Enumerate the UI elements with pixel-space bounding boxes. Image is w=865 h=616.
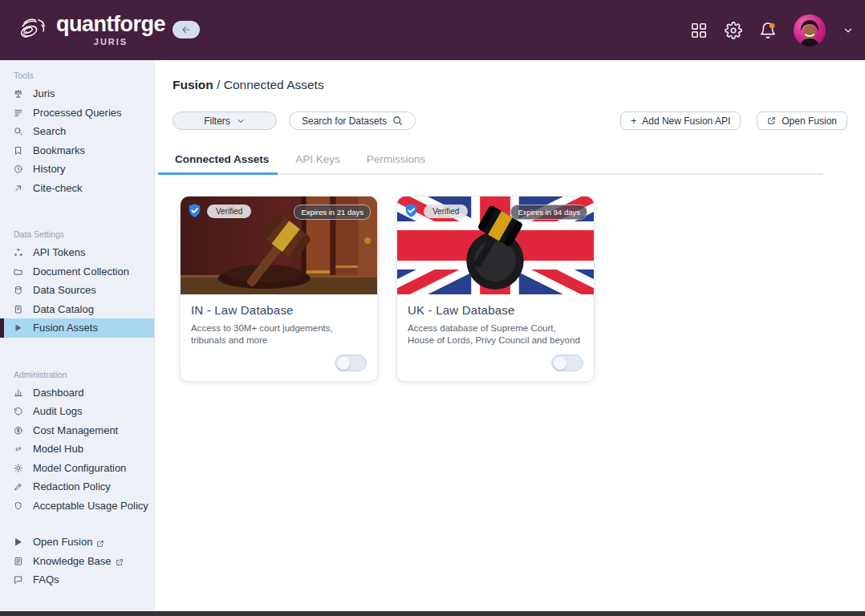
sidebar-item-redaction-policy[interactable]: Redaction Policy <box>0 477 154 496</box>
sidebar-item-open-fusion[interactable]: Open Fusion <box>0 533 154 552</box>
add-new-fusion-api-button[interactable]: + Add New Fusion API <box>620 111 741 130</box>
catalog-icon <box>14 304 23 314</box>
filters-button[interactable]: Filters <box>173 111 277 130</box>
sidebar-item-model-configuration[interactable]: Model Configuration <box>0 459 154 478</box>
sidebar-item-label: API Tokens <box>33 246 86 258</box>
verified-badge: Verified <box>424 205 468 218</box>
sidebar-item-cite-check[interactable]: Cite-check <box>0 179 154 198</box>
apps-grid-icon[interactable] <box>690 22 708 39</box>
tab-bar: Connected Assets API Keys Permissions <box>173 153 822 175</box>
sidebar-item-fusion-assets[interactable]: Fusion Assets <box>0 318 154 338</box>
play-icon <box>14 323 23 333</box>
tab-permissions[interactable]: Permissions <box>364 153 428 173</box>
main-content: Fusion / Connected Assets Filters Search… <box>155 60 865 611</box>
sidebar-item-label: Model Hub <box>33 443 83 455</box>
sidebar-item-label: Open Fusion <box>33 536 92 548</box>
sidebar-item-label: Dashboard <box>33 387 84 399</box>
breadcrumb-section: Fusion <box>173 78 213 91</box>
sidebar-item-data-sources[interactable]: Data Sources <box>0 281 154 300</box>
history-icon <box>14 164 23 174</box>
back-button[interactable] <box>173 21 200 38</box>
sidebar-item-label: Search <box>33 125 66 137</box>
verified-shield-icon <box>404 203 419 218</box>
asset-enable-toggle[interactable] <box>335 355 367 371</box>
sidebar-item-processed-queries[interactable]: Processed Queries <box>0 103 154 123</box>
sidebar-item-data-catalog[interactable]: Data Catalog <box>0 300 154 319</box>
cite-check-icon <box>14 183 23 192</box>
knowledge-base-icon <box>14 556 23 565</box>
sidebar-item-label: Data Catalog <box>33 303 94 315</box>
sidebar-item-acceptable-usage-policy[interactable]: Acceptable Usage Policy <box>0 496 154 516</box>
sidebar-item-label: Audit Logs <box>33 405 82 417</box>
audit-icon <box>14 407 23 416</box>
external-link-icon <box>116 557 124 565</box>
sidebar-item-label: Data Sources <box>33 284 96 296</box>
database-icon <box>14 286 23 295</box>
chevron-down-icon <box>236 116 246 126</box>
open-fusion-button[interactable]: Open Fusion <box>757 111 847 130</box>
sidebar-item-document-collection[interactable]: Document Collection <box>0 262 154 282</box>
asset-cards: Verified Expires in 21 days IN - Law Dat… <box>180 196 847 382</box>
asset-card-in-law-database[interactable]: Verified Expires in 21 days IN - Law Dat… <box>180 196 378 382</box>
tab-api-keys[interactable]: API Keys <box>293 153 343 173</box>
sidebar-section-administration: Administration <box>0 370 154 383</box>
card-description: Access to 30M+ court judgements, tribuna… <box>191 322 367 346</box>
sidebar-item-api-tokens[interactable]: API Tokens <box>0 243 154 262</box>
sidebar-section-data-settings: Data Settings <box>0 229 154 243</box>
sidebar-item-label: Processed Queries <box>33 107 122 119</box>
sidebar-item-knowledge-base[interactable]: Knowledge Base <box>0 552 154 571</box>
brand-logo: quantforge JURIS <box>18 12 165 49</box>
breadcrumb: Fusion / Connected Assets <box>173 78 847 92</box>
brand-name: quantforge <box>56 12 165 36</box>
search-icon <box>14 127 23 136</box>
profile-chevron-down-icon[interactable] <box>843 25 854 36</box>
sidebar-item-label: FAQs <box>33 573 59 586</box>
sidebar-item-faqs[interactable]: FAQs <box>0 570 154 590</box>
sidebar-item-juris[interactable]: Juris <box>0 84 154 103</box>
expires-badge: Expires in 94 days <box>510 205 587 220</box>
sidebar: Tools Juris Processed Queries Search Boo… <box>0 60 155 611</box>
toggle-knob <box>337 357 350 370</box>
sidebar-section-tools: Tools <box>0 71 154 84</box>
sidebar-item-label: Document Collection <box>33 265 129 278</box>
verified-shield-icon <box>187 203 202 218</box>
sidebar-item-label: Cite-check <box>33 182 82 194</box>
settings-gear-icon[interactable] <box>725 22 742 39</box>
sidebar-item-dashboard[interactable]: Dashboard <box>0 383 154 403</box>
filters-label: Filters <box>204 116 230 127</box>
open-fusion-icon <box>14 537 23 547</box>
card-image-gavel-books: Verified Expires in 21 days <box>181 197 377 294</box>
window-bottom-edge <box>0 611 865 616</box>
breadcrumb-page: Connected Assets <box>224 78 324 91</box>
bookmark-icon <box>14 145 23 155</box>
notifications-bell-icon[interactable] <box>759 22 777 39</box>
card-description: Access database of Supreme Court, House … <box>408 322 583 346</box>
sidebar-item-search[interactable]: Search <box>0 122 154 141</box>
search-datasets-input[interactable]: Search for Datasets <box>289 111 416 130</box>
asset-card-uk-law-database[interactable]: Verified Expires in 94 days UK - Law Dat… <box>396 196 595 382</box>
sidebar-item-label: Acceptable Usage Policy <box>33 500 148 512</box>
sidebar-item-model-hub[interactable]: Model Hub <box>0 440 154 459</box>
user-avatar[interactable] <box>794 14 826 47</box>
config-icon <box>14 463 23 472</box>
sidebar-item-audit-logs[interactable]: Audit Logs <box>0 402 154 421</box>
sidebar-item-cost-management[interactable]: Cost Management <box>0 421 154 440</box>
sidebar-item-label: History <box>33 163 65 175</box>
card-title: UK - Law Database <box>408 303 583 317</box>
sidebar-item-history[interactable]: History <box>0 160 154 179</box>
folder-icon <box>14 266 23 276</box>
sidebar-item-label: Knowledge Base <box>33 555 112 567</box>
tab-connected-assets[interactable]: Connected Assets <box>173 153 271 173</box>
external-link-icon <box>767 116 776 125</box>
external-link-icon <box>96 538 104 546</box>
policy-icon <box>14 500 23 510</box>
scales-icon <box>14 89 23 99</box>
toggle-knob <box>554 357 567 370</box>
brand-subtitle: JURIS <box>94 37 128 47</box>
faq-icon <box>14 575 23 585</box>
expires-badge: Expires in 21 days <box>294 205 371 220</box>
sidebar-item-bookmarks[interactable]: Bookmarks <box>0 141 154 160</box>
breadcrumb-separator: / <box>213 78 224 91</box>
asset-enable-toggle[interactable] <box>551 355 583 371</box>
sidebar-item-label: Cost Management <box>33 424 118 436</box>
